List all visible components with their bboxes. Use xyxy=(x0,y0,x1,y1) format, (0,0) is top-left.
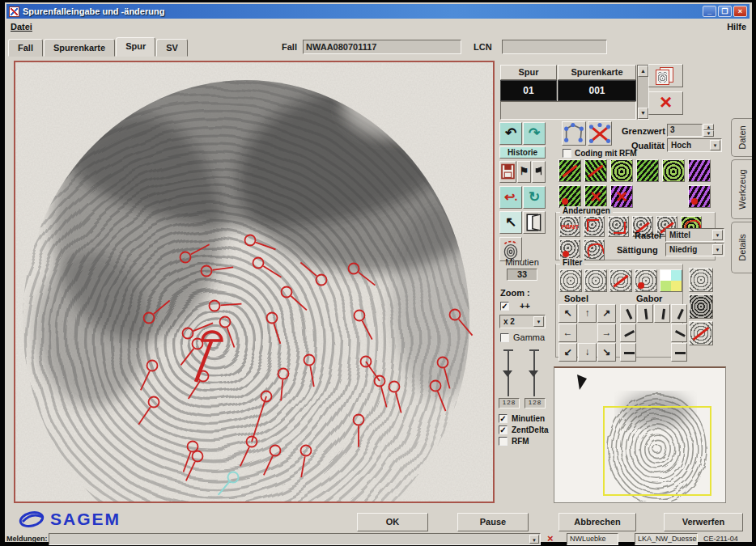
historie-label[interactable]: Historie xyxy=(499,146,546,159)
zoom-dropdown[interactable]: x 2▼ xyxy=(499,315,546,328)
gabor-30-button[interactable] xyxy=(620,324,636,342)
gabor-95-button[interactable] xyxy=(654,304,670,323)
coding-delete-button[interactable] xyxy=(588,121,612,146)
aenderung-crop-tl-button[interactable] xyxy=(584,216,605,237)
minutien-overlay-checkbox[interactable] xyxy=(499,414,508,423)
zoom-checkbox[interactable] xyxy=(500,302,509,311)
lcn-input[interactable] xyxy=(502,40,607,54)
minutia-type-loop[interactable] xyxy=(610,159,633,182)
menu-datei[interactable]: Datei xyxy=(11,22,32,32)
titlebar[interactable]: Spurenfalleingabe und -änderung _ ❐ × xyxy=(6,4,750,19)
tab-spur[interactable]: Spur xyxy=(116,37,155,57)
gabor-150-button[interactable] xyxy=(671,324,687,342)
trace-row-spur[interactable]: 01 xyxy=(500,80,557,101)
filter-swirl-1-button[interactable] xyxy=(559,269,582,292)
meldungen-combobox[interactable]: ▼ xyxy=(49,533,541,545)
pause-button[interactable]: Pause xyxy=(457,513,529,531)
raster-dropdown[interactable]: Mittel▼ xyxy=(665,228,724,242)
sobel-ne-button[interactable]: ↗ xyxy=(597,304,616,323)
side-tab-details[interactable]: Details xyxy=(731,222,752,273)
gabor-0-right-button[interactable] xyxy=(671,343,687,362)
pointer-tool-button[interactable]: ↖ xyxy=(499,211,522,234)
minutia-type-special[interactable] xyxy=(688,159,711,182)
gabor-85-button[interactable] xyxy=(637,304,653,323)
delete-trace-button[interactable]: × xyxy=(648,91,683,115)
exit-button[interactable] xyxy=(523,211,546,234)
aenderung-print-button[interactable]: PRNT xyxy=(559,216,580,237)
verwerfen-button[interactable]: Verwerfen xyxy=(664,513,743,531)
menu-hilfe[interactable]: Hilfe xyxy=(727,22,746,32)
redo-button[interactable]: ↷ xyxy=(523,122,546,145)
minutia-type-chevron[interactable] xyxy=(636,159,659,182)
minutia-type-bifurcation[interactable] xyxy=(584,159,607,182)
zentdelta-overlay-checkbox[interactable] xyxy=(499,425,508,434)
dropdown-arrow-icon[interactable]: ▼ xyxy=(529,535,539,544)
aenderung-curve-button[interactable] xyxy=(584,239,605,260)
filter-swirl-red-button[interactable] xyxy=(635,269,657,292)
minutia-type-delete-purple[interactable] xyxy=(610,185,633,208)
aenderung-crop-br-button[interactable] xyxy=(608,216,629,237)
fingerprint-viewer[interactable] xyxy=(14,61,495,503)
coding-rfm-checkbox[interactable] xyxy=(563,149,571,158)
trace-table-header-spurenkarte[interactable]: Spurenkarte xyxy=(558,65,636,80)
sobel-sw-button[interactable]: ↙ xyxy=(559,343,577,362)
gamma-checkbox[interactable] xyxy=(500,333,509,342)
sobel-nw-button[interactable]: ↖ xyxy=(559,304,577,323)
minutia-type-special-mark[interactable] xyxy=(688,185,711,208)
sobel-e-button[interactable]: → xyxy=(597,324,616,342)
sobel-se-button[interactable]: ↘ xyxy=(597,343,616,362)
sobel-s-button[interactable]: ↓ xyxy=(578,343,597,362)
side-tab-daten[interactable]: Daten xyxy=(731,118,752,157)
qualitaet-dropdown[interactable]: Hoch▼ xyxy=(667,138,722,152)
dropdown-arrow-icon[interactable]: ▼ xyxy=(710,140,720,150)
sobel-w-button[interactable]: ← xyxy=(559,324,577,342)
dropdown-arrow-icon[interactable]: ▼ xyxy=(533,316,544,327)
minutia-type-whorl[interactable] xyxy=(662,159,685,182)
trace-row-spurenkarte[interactable]: 001 xyxy=(558,80,636,101)
rfm-overlay-checkbox[interactable] xyxy=(499,437,508,446)
filter-swirl-slash-button[interactable] xyxy=(609,269,632,292)
scroll-down-icon[interactable]: ▼ xyxy=(638,108,648,119)
gabor-0-left-button[interactable] xyxy=(620,343,636,362)
filter-colormap-button[interactable] xyxy=(660,269,682,292)
spin-up-icon[interactable]: ▲ xyxy=(703,124,714,130)
filter-preview-2[interactable] xyxy=(689,294,713,319)
overview-panel[interactable] xyxy=(554,366,726,503)
dropdown-arrow-icon[interactable]: ▼ xyxy=(712,244,723,255)
flag-left-button[interactable]: ⚑ xyxy=(517,161,531,183)
spin-down-icon[interactable]: ▼ xyxy=(703,130,714,137)
filter-swirl-2-button[interactable] xyxy=(584,269,607,292)
clear-message-icon[interactable]: × xyxy=(547,532,554,544)
minutia-type-dot[interactable] xyxy=(559,185,581,208)
minimize-button[interactable]: _ xyxy=(703,6,716,17)
save-button[interactable] xyxy=(499,161,516,183)
gabor-75-button[interactable] xyxy=(620,304,636,323)
tab-sv[interactable]: SV xyxy=(156,39,188,57)
filter-preview-3[interactable] xyxy=(689,321,713,345)
trace-table-header-spur[interactable]: Spur xyxy=(500,65,557,80)
coding-polygon-button[interactable] xyxy=(562,121,586,146)
saettigung-dropdown[interactable]: Niedrig▼ xyxy=(665,243,724,256)
minutia-type-delete-green[interactable] xyxy=(584,185,607,208)
maximize-button[interactable]: ❐ xyxy=(718,6,732,17)
slider-left-handle[interactable] xyxy=(503,370,512,377)
sobel-n-button[interactable]: ↑ xyxy=(578,304,597,323)
tab-fall[interactable]: Fall xyxy=(8,39,43,57)
close-button[interactable]: × xyxy=(733,6,747,17)
filter-preview-1[interactable] xyxy=(689,268,713,292)
fall-input[interactable]: NWAA080701117 xyxy=(303,40,461,54)
side-tab-werkzeug[interactable]: Werkzeug xyxy=(731,159,752,219)
ok-button[interactable]: OK xyxy=(357,513,428,531)
undo-button[interactable]: ↶ xyxy=(499,122,522,145)
flag-right-button[interactable]: ⚑ xyxy=(532,161,546,183)
grenzwert-input[interactable]: 3 xyxy=(667,124,703,137)
minutia-type-ridge-ending[interactable] xyxy=(559,159,581,182)
tab-spurenkarte[interactable]: Spurenkarte xyxy=(44,39,115,57)
refresh-button[interactable]: ↻ xyxy=(523,186,546,209)
slider-right-handle[interactable] xyxy=(529,370,538,377)
abbrechen-button[interactable]: Abbrechen xyxy=(559,513,636,531)
grenzwert-spinner[interactable]: ▲ ▼ xyxy=(703,124,714,137)
gabor-105-button[interactable] xyxy=(671,304,687,323)
trace-table-scrollbar[interactable]: ▲ ▼ xyxy=(637,65,649,120)
dropdown-arrow-icon[interactable]: ▼ xyxy=(712,230,723,240)
